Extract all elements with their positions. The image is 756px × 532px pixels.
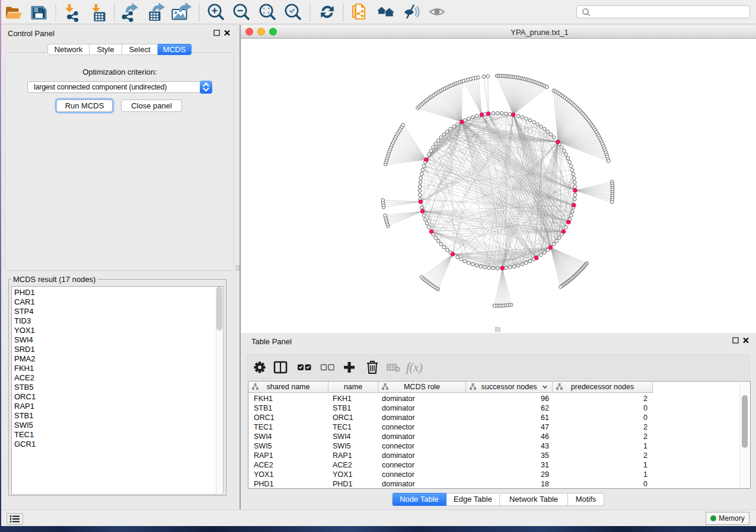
svg-text:f(x): f(x) (406, 361, 423, 374)
